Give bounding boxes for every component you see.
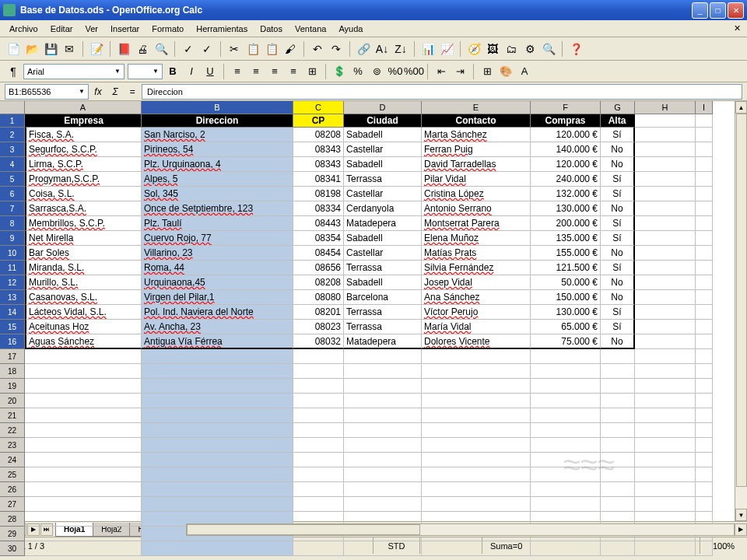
cell[interactable]: Elena Muñoz <box>422 231 531 246</box>
indent-dec-icon[interactable]: ⇤ <box>433 63 450 80</box>
cell[interactable]: Cerdanyola <box>344 201 422 216</box>
row-header-22[interactable]: 22 <box>0 423 25 438</box>
row-header-2[interactable]: 2 <box>0 128 25 142</box>
cell[interactable] <box>635 453 696 467</box>
cell[interactable]: Silvia Fernández <box>422 261 531 275</box>
align-right-icon[interactable]: ≡ <box>266 63 283 80</box>
menu-ayuda[interactable]: Ayuda <box>332 23 369 35</box>
cell[interactable]: Sarrasca,S.A. <box>25 201 142 216</box>
preview-icon[interactable]: 🔍 <box>153 40 170 58</box>
cell[interactable]: 120.000 € <box>531 157 601 172</box>
col-header-B[interactable]: B <box>142 101 293 114</box>
cell[interactable]: Sí <box>601 128 635 142</box>
row-header-7[interactable]: 7 <box>0 201 25 216</box>
cell[interactable] <box>696 128 713 142</box>
cell[interactable] <box>531 438 601 453</box>
cell[interactable] <box>293 379 344 394</box>
scroll-up-icon[interactable]: ▲ <box>735 101 747 114</box>
italic-button[interactable]: I <box>183 63 200 80</box>
hyperlink-icon[interactable]: 🔗 <box>355 40 372 58</box>
cell[interactable]: 140.000 € <box>531 142 601 157</box>
cell[interactable] <box>422 453 531 467</box>
cell[interactable] <box>635 334 696 349</box>
cell[interactable] <box>531 423 601 438</box>
cell[interactable] <box>696 408 713 423</box>
cell[interactable]: 08354 <box>293 231 344 246</box>
cell[interactable]: Murillo, S.L. <box>25 275 142 290</box>
row-header-26[interactable]: 26 <box>0 482 25 497</box>
bgcolor-icon[interactable]: 🎨 <box>497 63 514 80</box>
row-header-27[interactable]: 27 <box>0 497 25 512</box>
cell[interactable] <box>531 349 601 364</box>
cell[interactable] <box>531 541 601 556</box>
spellcheck-icon[interactable]: ✓ <box>180 40 197 58</box>
cell[interactable]: Dolores Vicente <box>422 334 531 349</box>
cell[interactable] <box>696 157 713 172</box>
cell[interactable]: 08198 <box>293 187 344 201</box>
cell[interactable] <box>696 320 713 334</box>
sum-icon[interactable]: Σ <box>107 84 123 100</box>
gallery-icon[interactable]: 🖼 <box>484 40 501 58</box>
equals-icon[interactable]: = <box>124 84 140 100</box>
table-header[interactable] <box>696 114 713 128</box>
cell[interactable] <box>635 349 696 364</box>
cell[interactable] <box>422 394 531 408</box>
cell[interactable] <box>696 334 713 349</box>
cell[interactable] <box>293 349 344 364</box>
col-header-G[interactable]: G <box>601 101 635 114</box>
cell[interactable] <box>696 231 713 246</box>
cell[interactable]: David Tarradellas <box>422 157 531 172</box>
cell[interactable] <box>25 379 142 394</box>
name-box[interactable]: B1:B65536 ▼ <box>5 84 89 100</box>
cell[interactable] <box>601 423 635 438</box>
cell[interactable] <box>531 497 601 512</box>
cell[interactable]: Montserrat Parera <box>422 216 531 231</box>
cell[interactable] <box>696 290 713 305</box>
cell[interactable] <box>696 482 713 497</box>
row-header-21[interactable]: 21 <box>0 408 25 423</box>
maximize-button[interactable]: □ <box>710 2 726 19</box>
save-icon[interactable]: 💾 <box>42 40 59 58</box>
doc-close-icon[interactable]: ✕ <box>731 22 744 35</box>
row-header-28[interactable]: 28 <box>0 512 25 527</box>
cell[interactable] <box>422 482 531 497</box>
cell[interactable] <box>531 453 601 467</box>
row-header-19[interactable]: 19 <box>0 379 25 394</box>
cell[interactable] <box>601 364 635 379</box>
cell[interactable]: Av. Ancha, 23 <box>142 320 293 334</box>
cell[interactable] <box>344 453 422 467</box>
col-header-A[interactable]: A <box>25 101 142 114</box>
cell[interactable]: 130.000 € <box>531 201 601 216</box>
row-header-6[interactable]: 6 <box>0 187 25 201</box>
pdf-icon[interactable]: 📕 <box>115 40 132 58</box>
align-left-icon[interactable]: ≡ <box>229 63 246 80</box>
styles-icon[interactable]: ¶ <box>5 63 22 80</box>
cell[interactable]: 08334 <box>293 201 344 216</box>
cell[interactable] <box>531 482 601 497</box>
open-icon[interactable]: 📂 <box>23 40 40 58</box>
row-header-16[interactable]: 16 <box>0 334 25 349</box>
cell[interactable] <box>344 364 422 379</box>
cell[interactable] <box>696 261 713 275</box>
cell[interactable]: Ana Sánchez <box>422 290 531 305</box>
cell[interactable] <box>635 246 696 261</box>
cell[interactable] <box>696 142 713 157</box>
fontcolor-icon[interactable]: A <box>516 63 533 80</box>
navigator-icon[interactable]: 🧭 <box>465 40 482 58</box>
font-name-combo[interactable]: Arial ▼ <box>23 64 124 79</box>
cell[interactable]: Once de Setptiembre, 123 <box>142 201 293 216</box>
cell[interactable] <box>635 128 696 142</box>
cell[interactable]: Sol, 345 <box>142 187 293 201</box>
cell[interactable] <box>25 349 142 364</box>
cell[interactable]: Urquinaona,45 <box>142 275 293 290</box>
table-header[interactable]: Compras <box>531 114 601 128</box>
cell[interactable]: 08201 <box>293 305 344 320</box>
select-all-corner[interactable] <box>0 101 25 114</box>
redo-icon[interactable]: ↷ <box>328 40 345 58</box>
cell[interactable] <box>142 467 293 482</box>
cell[interactable] <box>635 320 696 334</box>
cell[interactable]: No <box>601 334 635 349</box>
cell[interactable] <box>142 497 293 512</box>
dec-add-icon[interactable]: %0 <box>387 63 404 80</box>
cell[interactable] <box>635 275 696 290</box>
